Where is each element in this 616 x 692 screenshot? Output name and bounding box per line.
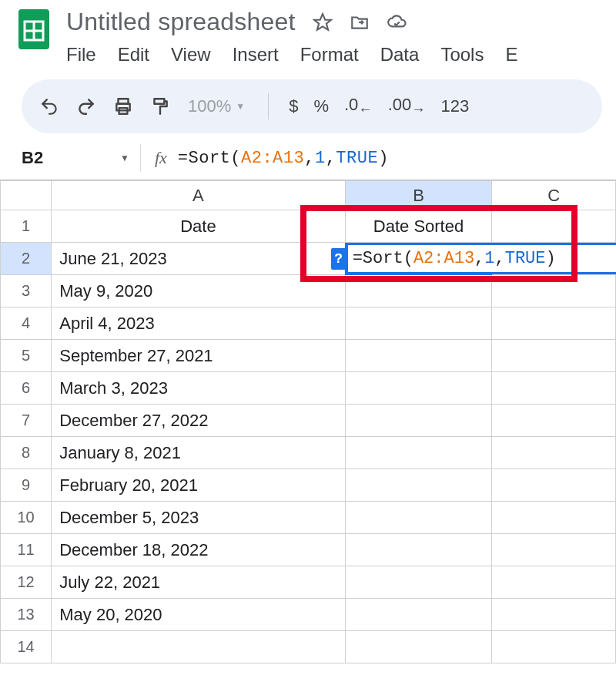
chevron-down-icon[interactable]: ▼: [120, 153, 129, 163]
cell-A1[interactable]: Date: [52, 210, 345, 243]
toolbar-separator: [268, 93, 269, 119]
cell-C12[interactable]: [492, 566, 616, 599]
row-2: 2 June 21, 2023 ? =Sort(A2:A13,1,TRUE): [1, 243, 616, 275]
row-13: 13 May 20, 2020: [1, 599, 616, 631]
menu-edit[interactable]: Edit: [118, 44, 149, 66]
row-header[interactable]: 1: [1, 210, 52, 243]
cell-C10[interactable]: [492, 502, 616, 534]
cell-B5[interactable]: [345, 340, 492, 372]
cell-C14[interactable]: [492, 631, 616, 663]
row-header[interactable]: 11: [1, 534, 52, 566]
cell-C1[interactable]: [492, 210, 616, 243]
zoom-dropdown[interactable]: 100% ▼: [188, 96, 245, 116]
cell-A13[interactable]: May 20, 2020: [52, 599, 345, 631]
number-format-dropdown[interactable]: 123: [441, 96, 470, 116]
cell-C7[interactable]: [492, 405, 616, 437]
column-header-B[interactable]: B: [345, 181, 492, 210]
star-icon[interactable]: [313, 12, 333, 32]
redo-button[interactable]: [75, 96, 97, 117]
cell-C9[interactable]: [492, 469, 616, 502]
cell-B11[interactable]: [345, 534, 492, 566]
row-header[interactable]: 4: [1, 307, 52, 340]
row-header[interactable]: 12: [1, 566, 52, 599]
cell-B3[interactable]: [345, 275, 492, 307]
cell-C11[interactable]: [492, 534, 616, 566]
cell-B2-editing[interactable]: ? =Sort(A2:A13,1,TRUE): [345, 243, 492, 275]
row-header[interactable]: 2: [1, 243, 52, 275]
undo-button[interactable]: [38, 96, 60, 117]
cell-A10[interactable]: December 5, 2023: [52, 502, 345, 534]
cell-C6[interactable]: [492, 372, 616, 405]
column-header-C[interactable]: C: [492, 181, 616, 210]
svg-rect-8: [154, 99, 164, 104]
formula-token: (: [403, 249, 413, 268]
row-header[interactable]: 8: [1, 437, 52, 469]
cell-A14[interactable]: [52, 631, 345, 663]
row-header[interactable]: 7: [1, 405, 52, 437]
cell-A9[interactable]: February 20, 2021: [52, 469, 345, 502]
cell-A3[interactable]: May 9, 2020: [52, 275, 345, 307]
cell-B12[interactable]: [345, 566, 492, 599]
decrease-decimal-button[interactable]: .0←: [344, 95, 373, 118]
menu-file[interactable]: File: [66, 44, 96, 66]
menu-format[interactable]: Format: [300, 44, 359, 66]
cell-B4[interactable]: [345, 307, 492, 340]
menu-data[interactable]: Data: [380, 44, 420, 66]
row-5: 5 September 27, 2021: [1, 340, 616, 372]
row-header[interactable]: 6: [1, 372, 52, 405]
cell-B9[interactable]: [345, 469, 492, 502]
percent-format-button[interactable]: %: [313, 96, 329, 116]
formula-token-num: 1: [315, 149, 326, 168]
formula-token-bool: TRUE: [336, 149, 378, 168]
menu-insert[interactable]: Insert: [233, 44, 279, 66]
row-header[interactable]: 10: [1, 502, 52, 534]
cell-C4[interactable]: [492, 307, 616, 340]
cell-B13[interactable]: [345, 599, 492, 631]
row-9: 9 February 20, 2021: [1, 469, 616, 502]
paint-format-button[interactable]: [149, 96, 171, 117]
cell-B7[interactable]: [345, 405, 492, 437]
row-header[interactable]: 9: [1, 469, 52, 502]
cell-B14[interactable]: [345, 631, 492, 663]
row-header[interactable]: 14: [1, 631, 52, 663]
currency-format-button[interactable]: $: [289, 96, 298, 116]
cell-B10[interactable]: [345, 502, 492, 534]
cell-C5[interactable]: [492, 340, 616, 372]
cell-B1[interactable]: Date Sorted: [345, 210, 492, 243]
cell-C2[interactable]: [492, 243, 616, 275]
cell-A6[interactable]: March 3, 2023: [52, 372, 345, 405]
cell-B8[interactable]: [345, 437, 492, 469]
cell-A7[interactable]: December 27, 2022: [52, 405, 345, 437]
cell-C3[interactable]: [492, 275, 616, 307]
menu-more[interactable]: E: [505, 44, 517, 66]
menu-tools[interactable]: Tools: [440, 44, 484, 66]
name-box[interactable]: B2: [14, 145, 114, 171]
column-header-A[interactable]: A: [52, 181, 345, 210]
cell-C8[interactable]: [492, 437, 616, 469]
formula-token: (: [230, 149, 241, 168]
sheets-logo-icon: [17, 8, 51, 51]
row-header[interactable]: 3: [1, 275, 52, 307]
cloud-saved-icon[interactable]: [387, 12, 407, 32]
formula-token-range: A2:A13: [413, 249, 474, 268]
increase-decimal-button[interactable]: .00→: [388, 95, 426, 118]
print-button[interactable]: [112, 96, 134, 117]
cell-A12[interactable]: July 22, 2021: [52, 566, 345, 599]
cell-A4[interactable]: April 4, 2023: [52, 307, 345, 340]
cell-C13[interactable]: [492, 599, 616, 631]
cell-B6[interactable]: [345, 372, 492, 405]
formula-help-icon[interactable]: ?: [331, 248, 346, 270]
cell-A11[interactable]: December 18, 2022: [52, 534, 345, 566]
menu-view[interactable]: View: [171, 44, 211, 66]
row-3: 3 May 9, 2020: [1, 275, 616, 307]
document-title[interactable]: Untitled spreadsheet: [66, 8, 296, 36]
formula-bar[interactable]: =Sort(A2:A13,1,TRUE): [178, 149, 389, 168]
spreadsheet-grid[interactable]: A B C 1 Date Date Sorted 2 June 21, 2023…: [0, 180, 616, 663]
select-all-cell[interactable]: [1, 181, 52, 210]
move-folder-icon[interactable]: [350, 12, 370, 32]
cell-A8[interactable]: January 8, 2021: [52, 437, 345, 469]
cell-A5[interactable]: September 27, 2021: [52, 340, 345, 372]
row-header[interactable]: 13: [1, 599, 52, 631]
cell-A2[interactable]: June 21, 2023: [52, 243, 345, 275]
row-header[interactable]: 5: [1, 340, 52, 372]
